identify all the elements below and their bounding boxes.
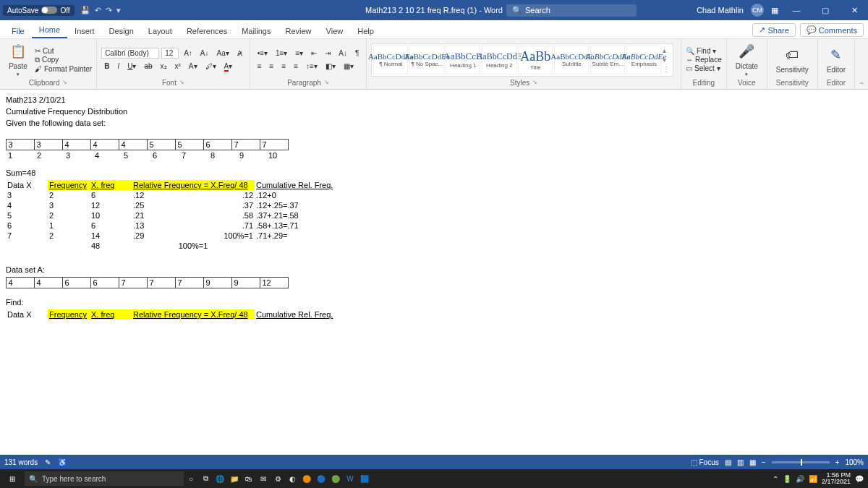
increase-indent-button[interactable]: ⇥ [322,48,333,59]
superscript-button[interactable]: x² [172,61,184,72]
cut-button[interactable]: ✂Cut [35,47,92,55]
editor-button[interactable]: ✎Editor [822,44,850,75]
maximize-button[interactable]: ▢ [814,6,836,15]
styles-gallery[interactable]: AaBbCcDdEe¶ Normal AaBbCcDdEe¶ No Spac..… [371,43,673,77]
dialog-launcher-icon[interactable]: ↘ [532,79,537,87]
mail-icon[interactable]: ✉ [256,475,271,483]
spotify-icon[interactable]: 🟢 [328,475,343,483]
tab-mailings[interactable]: Mailings [234,24,278,38]
bullets-button[interactable]: •≡▾ [255,48,271,59]
clear-formatting-button[interactable]: A̷ [234,48,245,59]
highlight-button[interactable]: 🖊▾ [203,61,219,72]
start-button[interactable]: ⊞ [0,475,25,483]
word-count[interactable]: 131 words [4,458,38,466]
tab-design[interactable]: Design [102,24,141,38]
taskview-icon[interactable]: ⧉ [198,474,213,483]
cortana-icon[interactable]: ○ [184,475,198,483]
comments-button[interactable]: 💬Comments [800,23,864,37]
user-name[interactable]: Chad Mathlin [697,6,744,14]
paste-button[interactable]: 📋 Paste ▾ [4,40,32,79]
tab-insert[interactable]: Insert [67,24,102,38]
style-normal[interactable]: AaBbCcDdEe¶ Normal [373,46,408,74]
tray-chevron-icon[interactable]: ⌃ [773,475,778,483]
replace-button[interactable]: ↔Replace [686,56,722,64]
taskbar-search[interactable]: 🔍Type here to search [25,471,184,486]
style-title[interactable]: AaBbTitle [518,46,553,74]
zoom-in-button[interactable]: + [835,458,840,466]
select-button[interactable]: ▭Select▾ [686,64,722,72]
format-painter-button[interactable]: 🖌Format Painter [35,65,92,73]
dialog-launcher-icon[interactable]: ↘ [62,79,67,87]
tab-help[interactable]: Help [350,24,381,38]
close-button[interactable]: ✕ [843,6,865,15]
redo-icon[interactable]: ↷ [106,6,112,15]
search-box[interactable]: 🔍 Search [506,4,637,17]
tab-references[interactable]: References [179,24,234,38]
clock[interactable]: 1:56 PM 2/17/2021 [822,472,851,485]
style-subtitle[interactable]: AaBbCcDdESubtitle [554,46,589,74]
sensitivity-button[interactable]: 🏷Sensitivity [772,44,813,75]
read-mode-icon[interactable]: ▤ [725,458,731,466]
decrease-indent-button[interactable]: ⇤ [308,48,320,59]
tab-layout[interactable]: Layout [141,24,179,38]
print-layout-icon[interactable]: ▥ [737,458,744,466]
change-case-button[interactable]: Aa▾ [213,48,231,59]
word-icon[interactable]: W [343,475,357,483]
multilevel-button[interactable]: ≡▾ [292,48,306,59]
copy-button[interactable]: ⧉Copy [35,56,92,64]
shading-button[interactable]: ◧▾ [323,61,339,72]
chrome-icon[interactable]: 🔵 [314,475,328,483]
tab-home[interactable]: Home [32,22,67,38]
style-emphasis[interactable]: AaBbCcDdEeEmphasis [626,46,661,74]
minimize-button[interactable]: — [786,6,807,14]
style-heading2[interactable]: AaBbCcDdEHeading 2 [482,46,516,74]
battery-icon[interactable]: 🔋 [783,475,791,483]
user-avatar[interactable]: CM [751,4,764,17]
undo-icon[interactable]: ↶ [95,6,101,15]
zoom-slider[interactable] [772,461,830,463]
italic-button[interactable]: I [114,61,122,72]
styles-more-button[interactable]: ▴▾⋮ [663,46,671,74]
align-right-button[interactable]: ≡ [278,61,289,72]
zoom-out-button[interactable]: − [762,458,766,466]
grow-font-button[interactable]: A↑ [181,48,195,59]
tab-file[interactable]: File [4,24,32,38]
wifi-icon[interactable]: 📶 [809,475,817,483]
share-button[interactable]: ↗Share [752,23,795,37]
autosave-toggle[interactable]: AutoSave Off [3,5,75,16]
spelling-icon[interactable]: ✎ [45,458,51,466]
tab-view[interactable]: View [319,24,351,38]
shrink-font-button[interactable]: A↓ [197,48,212,59]
dictate-button[interactable]: 🎤Dictate▾ [731,40,762,79]
bold-button[interactable]: B [101,61,112,72]
settings-icon[interactable]: ⚙ [271,475,285,483]
focus-button[interactable]: ⬚ Focus [691,458,719,466]
document-area[interactable]: Math213 2/10/21 Cumulative Frequency Dis… [0,90,868,455]
collapse-ribbon-button[interactable]: ⌃ [855,39,868,89]
accessibility-icon[interactable]: ♿ [58,458,67,466]
style-heading1[interactable]: AaBbCcDHeading 1 [446,46,480,74]
font-size-combo[interactable]: 12 [161,48,179,59]
zoom-level[interactable]: 100% [845,458,864,466]
show-marks-button[interactable]: ¶ [352,48,362,59]
app-icon[interactable]: ◐ [285,475,299,483]
underline-button[interactable]: U▾ [124,61,139,72]
store-icon[interactable]: 🛍 [242,475,256,483]
dialog-launcher-icon[interactable]: ↘ [179,79,184,87]
align-center-button[interactable]: ≡ [267,61,277,72]
notifications-icon[interactable]: 💬 [855,475,864,483]
dialog-launcher-icon[interactable]: ↘ [324,79,329,87]
subscript-button[interactable]: x₂ [158,61,170,72]
save-icon[interactable]: 💾 [80,6,90,15]
edge-icon[interactable]: 🌐 [213,475,227,483]
sort-button[interactable]: A↓ [336,48,350,59]
volume-icon[interactable]: 🔊 [796,475,804,483]
qat-dropdown-icon[interactable]: ▾ [116,6,121,15]
borders-button[interactable]: ▦▾ [341,61,357,72]
web-layout-icon[interactable]: ▦ [749,458,756,466]
font-name-combo[interactable]: Calibri (Body) [101,48,159,59]
tab-review[interactable]: Review [278,24,319,38]
app-icon[interactable]: 🟠 [299,475,314,483]
explorer-icon[interactable]: 📁 [227,475,242,483]
find-button[interactable]: 🔍Find▾ [686,47,722,55]
